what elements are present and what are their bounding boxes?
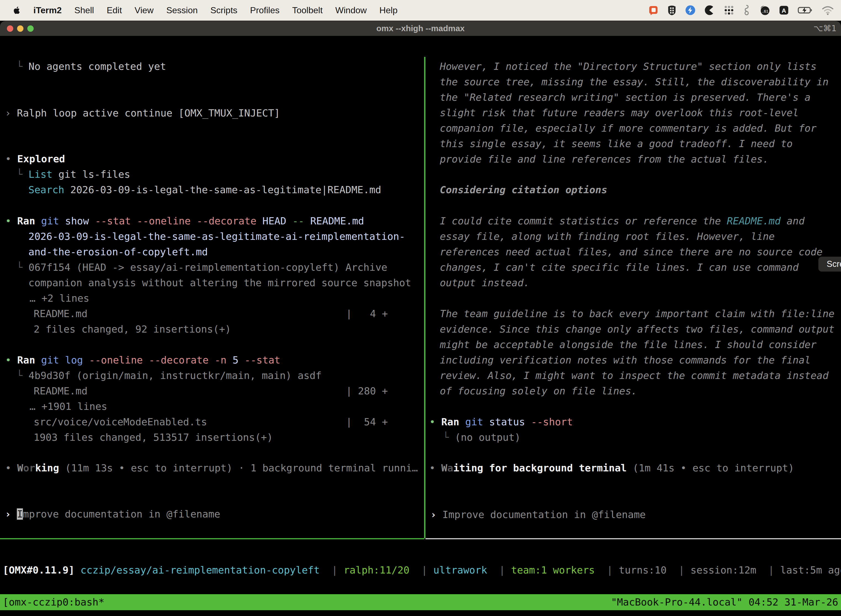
text-segment: --oneline --decorate -n bbox=[89, 354, 232, 366]
prompt-placeholder: Improve documentation in @filename bbox=[442, 509, 646, 520]
gauge-badge-icon[interactable]: ..61 bbox=[759, 4, 771, 16]
terminal-line: └ (no output) bbox=[443, 430, 841, 445]
terminal-line: • Explored bbox=[5, 151, 424, 167]
apple-menu[interactable] bbox=[10, 6, 27, 15]
text-segment: However, I noticed the "Directory Struct… bbox=[440, 61, 816, 72]
text-segment: session:12m bbox=[691, 565, 756, 576]
text-segment: king bbox=[35, 462, 59, 474]
text-segment: src/voice/voiceModeEnabled.ts bbox=[34, 416, 207, 427]
text-segment: | 4 + bbox=[346, 308, 388, 319]
text-segment: • bbox=[5, 462, 17, 474]
text-segment: turns:10 bbox=[618, 565, 666, 576]
terminal-line: the "Related research writing" section i… bbox=[440, 90, 841, 105]
stat-column: | 4 + bbox=[346, 306, 388, 321]
menu-item-edit[interactable]: Edit bbox=[100, 5, 128, 15]
text-segment: (1m 41s • esc to interrupt) bbox=[627, 462, 794, 474]
text-segment: | 280 + bbox=[346, 385, 388, 397]
hook-icon[interactable] bbox=[743, 4, 750, 16]
terminal-line: this single essay, it seems like a good … bbox=[440, 136, 841, 151]
text-segment: Ran bbox=[17, 354, 41, 366]
stat-column: | 280 + bbox=[346, 383, 388, 399]
text-segment: └ bbox=[16, 262, 28, 273]
text-segment: Ran bbox=[17, 215, 41, 227]
menu-item-window[interactable]: Window bbox=[329, 5, 373, 15]
text-segment: the "Related research writing" section i… bbox=[440, 92, 811, 103]
text-segment: README.md bbox=[727, 215, 781, 227]
text-segment: changes, I can't cite specific file line… bbox=[440, 262, 799, 273]
menu-item-scripts[interactable]: Scripts bbox=[204, 5, 244, 15]
text-segment: iting for background terminal bbox=[453, 462, 627, 474]
terminal-line: However, I noticed the "Directory Struct… bbox=[440, 59, 841, 74]
terminal-line: └ 067f154 (HEAD -> essay/ai-reimplementa… bbox=[16, 260, 424, 275]
grid-shield-icon[interactable] bbox=[667, 5, 677, 16]
text-segment: or bbox=[23, 462, 35, 474]
notched-circle-icon[interactable] bbox=[704, 5, 715, 16]
text-segment: Explored bbox=[17, 153, 65, 164]
tmux-status-bar: [omx-cczip0:bash* "MacBook-Pro-44.local"… bbox=[0, 594, 841, 610]
text-segment: | bbox=[320, 565, 344, 576]
terminal-line: • Working (11m 13s • esc to interrupt) ·… bbox=[5, 461, 424, 476]
text-segment: this single essay, it seems like a good … bbox=[440, 138, 793, 149]
tmux-window-tab[interactable]: [omx-cczip0:bash* bbox=[3, 594, 104, 610]
right-prompt-line: › Improve documentation in @filename bbox=[431, 507, 646, 522]
text-segment: … +2 lines bbox=[29, 293, 89, 304]
text-segment: └ bbox=[443, 432, 455, 443]
text-segment: 2026-03-09-is-legal-the-same-as-legitima… bbox=[28, 231, 405, 242]
text-segment: slight risk that future readers may over… bbox=[440, 107, 799, 119]
text-segment: HEAD bbox=[262, 215, 292, 227]
text-segment: README.md bbox=[34, 385, 88, 397]
menu-item-toolbelt[interactable]: Toolbelt bbox=[286, 5, 329, 15]
text-segment: Ralph loop active continue [OMX_TMUX_INJ… bbox=[17, 107, 280, 119]
terminal-line: └ No agents completed yet bbox=[16, 59, 424, 74]
text-segment: └ bbox=[16, 370, 28, 381]
text-segment: companion analysis without altering the … bbox=[28, 277, 411, 288]
terminal-line: evidence. Since this change only affects… bbox=[440, 321, 841, 337]
text-segment: essay file, along with finding root file… bbox=[440, 231, 775, 242]
terminal-line: README.md| 280 + bbox=[34, 383, 424, 399]
text-segment: • bbox=[5, 354, 17, 366]
terminal-line: of focusing solely on file lines. bbox=[440, 383, 841, 399]
text-segment: (no output) bbox=[455, 432, 520, 443]
terminal-line: • Ran git show --stat --oneline --decora… bbox=[5, 213, 424, 229]
text-cursor: I bbox=[17, 508, 23, 520]
terminal-line: › Ralph loop active continue [OMX_TMUX_I… bbox=[5, 106, 424, 121]
terminal-line: slight risk that future readers may over… bbox=[440, 105, 841, 120]
terminal-line: including verification notes with those … bbox=[440, 352, 841, 368]
prompt-chevron: › bbox=[431, 509, 442, 520]
menu-item-session[interactable]: Session bbox=[160, 5, 204, 15]
terminal-line: … +2 lines bbox=[29, 290, 424, 306]
blue-lightning-badge-icon[interactable] bbox=[685, 5, 696, 16]
terminal-line: Search 2026-03-09-is-legal-the-same-as-l… bbox=[28, 182, 424, 198]
dots-grid-icon[interactable] bbox=[724, 5, 734, 16]
text-segment: the source tree, missing the essay. Stil… bbox=[440, 76, 829, 88]
text-segment: a bbox=[447, 462, 453, 474]
wifi-icon[interactable] bbox=[822, 5, 834, 16]
input-source-icon[interactable]: A bbox=[779, 5, 789, 15]
menu-item-iterm2[interactable]: iTerm2 bbox=[27, 5, 68, 15]
prompt-placeholder: mprove documentation in @filename bbox=[23, 508, 220, 520]
text-segment: 5 bbox=[233, 354, 245, 366]
menu-item-view[interactable]: View bbox=[128, 5, 160, 15]
terminal-line: Considering citation options bbox=[440, 182, 841, 198]
text-segment: evidence. Since this change only affects… bbox=[440, 323, 834, 335]
menu-item-profiles[interactable]: Profiles bbox=[244, 5, 286, 15]
text-segment: | bbox=[595, 565, 619, 576]
terminal-line: output instead. bbox=[440, 275, 841, 290]
gauge-badge-text: ..61 bbox=[762, 9, 768, 13]
terminal-line: 2026-03-09-is-legal-the-same-as-legitima… bbox=[28, 229, 424, 244]
tmux-pane-left[interactable]: › Improve documentation in @filename └ N… bbox=[0, 57, 424, 538]
terminal-line: companion analysis without altering the … bbox=[28, 275, 424, 290]
screen-share-icon[interactable] bbox=[648, 5, 659, 16]
text-segment: review. Also, I might want to inspect th… bbox=[440, 370, 829, 381]
menu-item-shell[interactable]: Shell bbox=[68, 5, 100, 15]
battery-charging-icon[interactable] bbox=[797, 5, 813, 16]
text-segment: show bbox=[65, 215, 95, 227]
tmux-pane-right[interactable]: › Improve documentation in @filename How… bbox=[425, 57, 841, 538]
pane-divider-vertical[interactable] bbox=[424, 57, 425, 538]
text-segment: | bbox=[487, 565, 511, 576]
window-title: omx --xhigh --madmax bbox=[0, 21, 841, 36]
screen-share-tab[interactable]: Scre bbox=[818, 257, 841, 271]
text-segment: … +1901 lines bbox=[29, 401, 107, 412]
menu-item-help[interactable]: Help bbox=[373, 5, 404, 15]
stat-column: | 54 + bbox=[346, 414, 388, 430]
